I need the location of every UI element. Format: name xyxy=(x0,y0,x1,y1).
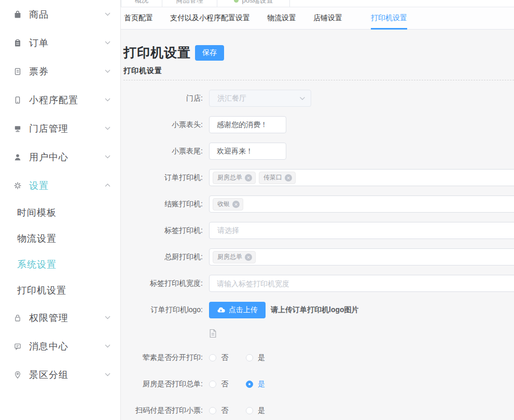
printer-settings-form: 门店: 洪汇餐厅 小票表头: 小票表尾: xyxy=(123,90,514,416)
tag: 厨房总单× xyxy=(213,172,256,184)
sidebar-item-scenic-groups[interactable]: 景区分组 xyxy=(0,360,120,389)
label-width-label: 标签打印机宽度: xyxy=(123,279,209,288)
sidebar-subitem-time-template[interactable]: 时间模板 xyxy=(0,200,120,226)
label-printer-label: 标签打印机: xyxy=(123,226,209,235)
sidebar-item-label: 门店管理 xyxy=(29,122,105,135)
tag: 厨房总单× xyxy=(213,251,256,263)
sidebar-item-orders[interactable]: 订单 xyxy=(0,29,120,57)
gear-icon xyxy=(12,180,23,191)
chevron-down-icon xyxy=(105,316,111,320)
sidebar-subitem-label: 系统设置 xyxy=(17,259,57,270)
radio-label: 是 xyxy=(258,406,265,415)
tab-printer-settings[interactable]: 打印机设置 xyxy=(371,7,407,29)
sidebar-item-label: 设置 xyxy=(29,179,105,192)
radio-icon xyxy=(209,354,216,361)
upload-button[interactable]: 点击上传 xyxy=(209,302,266,318)
tag: 传菜口× xyxy=(259,172,296,184)
radio-checked-icon xyxy=(246,381,253,388)
sidebar-subitem-label: 物流设置 xyxy=(17,233,57,244)
top-tab-goods-management[interactable]: 商品管理 xyxy=(162,0,217,7)
sidebar-item-miniprogram[interactable]: 小程序配置 xyxy=(0,86,120,114)
save-button[interactable]: 保存 xyxy=(195,45,224,61)
radio-label: 是 xyxy=(258,353,265,362)
chevron-down-icon xyxy=(105,127,111,131)
store-label: 门店: xyxy=(123,94,209,103)
top-tab-pos-settings[interactable]: pos端设置 xyxy=(217,0,290,7)
sidebar-item-settings[interactable]: 设置 xyxy=(0,171,120,200)
cloud-upload-icon xyxy=(217,306,225,313)
chef-printer-select[interactable]: 厨房总单× xyxy=(209,248,514,265)
sidebar-item-usercenter[interactable]: 用户中心 xyxy=(0,143,120,171)
lock-icon xyxy=(12,313,23,323)
logo-label: 订单打印机logo: xyxy=(123,305,209,315)
scan-pay-radio-yes[interactable]: 是 xyxy=(246,406,265,415)
chevron-down-icon xyxy=(105,373,111,377)
app-window: 商品 订单 票券 小程序配置 xyxy=(0,0,514,420)
message-icon xyxy=(12,341,23,352)
tab-payment-miniprogram-config[interactable]: 支付以及小程序配置设置 xyxy=(170,7,250,29)
sidebar-subitem-logistics[interactable]: 物流设置 xyxy=(0,226,120,251)
page-title: 打印机设置 xyxy=(123,44,191,61)
sidebar-item-permissions[interactable]: 权限管理 xyxy=(0,303,120,332)
store-icon xyxy=(12,123,23,134)
chevron-down-icon xyxy=(105,41,111,45)
label-width-input[interactable] xyxy=(209,275,514,292)
top-tab-label: 商品管理 xyxy=(176,0,203,5)
sidebar-item-stores[interactable]: 门店管理 xyxy=(0,114,120,143)
scan-pay-radio-no[interactable]: 否 xyxy=(209,406,228,415)
store-select[interactable]: 洪汇餐厅 xyxy=(209,90,311,107)
sidebar-subitem-system-settings[interactable]: 系统设置 xyxy=(0,251,120,277)
tag-label: 传菜口 xyxy=(263,173,282,182)
tab-home-config[interactable]: 首页配置 xyxy=(124,7,153,29)
top-tab-overview[interactable]: 概况 xyxy=(121,0,162,7)
meat-veg-radio-no[interactable]: 否 xyxy=(209,353,228,362)
section-title: 打印机设置 xyxy=(123,66,514,80)
tab-shop-settings[interactable]: 店铺设置 xyxy=(313,7,342,29)
phone-icon xyxy=(12,95,23,105)
radio-label: 否 xyxy=(221,406,228,415)
tab-label: 店铺设置 xyxy=(313,13,342,23)
kitchen-total-radio-yes[interactable]: 是 xyxy=(246,380,265,389)
sidebar-item-tickets[interactable]: 票券 xyxy=(0,57,120,86)
radio-label: 否 xyxy=(221,380,228,389)
order-printer-label: 订单打印机: xyxy=(123,173,209,183)
content-panel: 打印机设置 保存 打印机设置 门店: 洪汇餐厅 小票 xyxy=(121,30,514,420)
checkout-printer-select[interactable]: 收银× xyxy=(209,195,514,213)
tag-close-icon[interactable]: × xyxy=(245,254,252,261)
upload-button-label: 点击上传 xyxy=(229,305,258,315)
green-dot-icon xyxy=(234,0,239,3)
sidebar-item-label: 景区分组 xyxy=(29,369,105,381)
checkout-printer-label: 结账打印机: xyxy=(123,200,209,209)
radio-icon xyxy=(209,407,216,414)
label-printer-select[interactable]: 请选择 xyxy=(209,222,514,239)
order-printer-select[interactable]: 厨房总单× 传菜口× xyxy=(209,169,514,186)
receipt-footer-label: 小票表尾: xyxy=(123,147,209,156)
uploaded-file-icon[interactable] xyxy=(209,329,217,338)
receipt-footer-input[interactable] xyxy=(209,143,286,160)
upload-hint: 请上传订单打印机logo图片 xyxy=(271,305,359,315)
sidebar-subitem-printer-settings[interactable]: 打印机设置 xyxy=(0,277,120,303)
scan-pay-print-label: 扫码付是否打印小票: xyxy=(123,406,209,415)
sidebar-subitem-label: 打印机设置 xyxy=(17,285,66,296)
sidebar-item-label: 用户中心 xyxy=(29,151,105,163)
sidebar-item-label: 商品 xyxy=(29,8,105,21)
tab-label: 支付以及小程序配置设置 xyxy=(170,13,250,23)
tag-close-icon[interactable]: × xyxy=(232,201,240,208)
tag-close-icon[interactable]: × xyxy=(285,174,292,181)
radio-icon xyxy=(246,354,253,361)
meat-veg-radio-yes[interactable]: 是 xyxy=(246,353,265,362)
chevron-down-icon xyxy=(105,12,111,17)
chevron-up-icon xyxy=(105,184,111,188)
tab-label: 物流设置 xyxy=(267,13,296,23)
sidebar-item-goods[interactable]: 商品 xyxy=(0,0,120,29)
tab-logistics-settings[interactable]: 物流设置 xyxy=(267,7,296,29)
receipt-header-input[interactable] xyxy=(209,116,286,133)
chef-printer-label: 总厨打印机: xyxy=(123,253,209,262)
sidebar-item-messages[interactable]: 消息中心 xyxy=(0,332,120,360)
chevron-down-icon xyxy=(105,344,111,348)
radio-icon xyxy=(209,381,216,388)
sidebar-item-label: 订单 xyxy=(29,37,105,49)
kitchen-total-radio-no[interactable]: 否 xyxy=(209,380,228,389)
receipt-header-label: 小票表头: xyxy=(123,120,209,130)
tag-close-icon[interactable]: × xyxy=(245,174,252,181)
